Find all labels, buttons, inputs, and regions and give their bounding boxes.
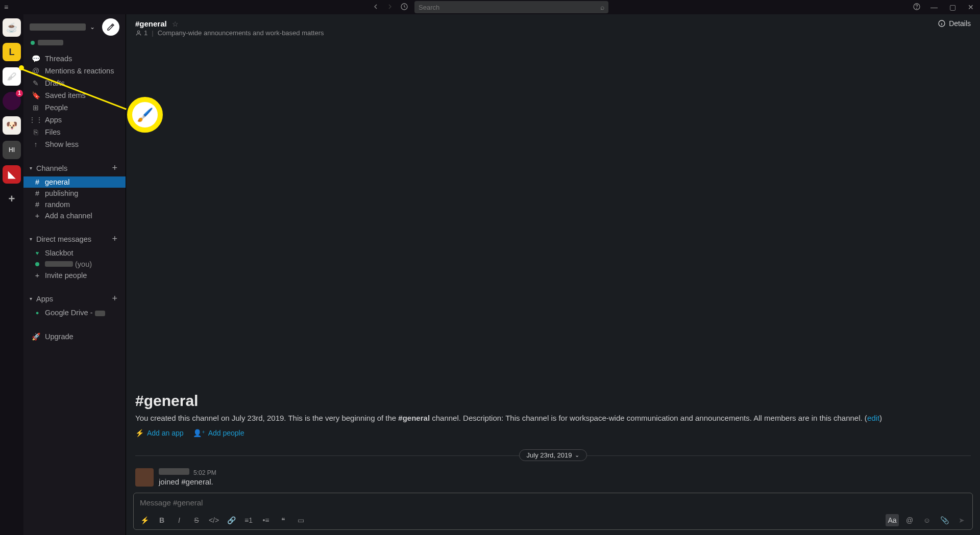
composer[interactable]: ⚡ B I S </> 🔗 ≡1 •≡ ❝ ▭ Aa @ ☺ 📎 ➤	[133, 493, 973, 530]
files-icon: ⎘	[32, 128, 40, 136]
composer-input[interactable]	[134, 493, 972, 512]
up-icon: ↑	[32, 140, 40, 148]
add-an-app-link[interactable]: ⚡Add an app	[135, 429, 184, 437]
search-icon: ⌕	[600, 3, 604, 11]
send-button[interactable]: ➤	[955, 514, 968, 526]
compose-button[interactable]	[102, 18, 119, 36]
sidebar: ⌄ 💬Threads@Mentions & reactions✎Drafts🔖S…	[23, 14, 126, 535]
star-icon[interactable]: ☆	[172, 20, 179, 28]
emoji-icon[interactable]: ☺	[920, 514, 934, 526]
nav-apps[interactable]: ⋮⋮Apps	[23, 114, 126, 126]
workspace-item-2[interactable]: 🖌	[3, 67, 21, 86]
add-a-channel[interactable]: + Add a channel	[23, 210, 126, 221]
plus-icon: +	[34, 271, 41, 279]
hamburger-icon[interactable]: ≡	[4, 3, 8, 11]
self-presence	[23, 40, 126, 50]
ul-icon[interactable]: •≡	[259, 514, 273, 526]
attach-icon[interactable]: 📎	[938, 514, 951, 526]
channel-random[interactable]: #random	[23, 199, 126, 210]
nav-draft[interactable]: ✎Drafts	[23, 77, 126, 89]
search-input[interactable]	[419, 4, 600, 11]
forward-icon[interactable]	[386, 3, 394, 12]
presence-dot-icon	[31, 41, 35, 45]
svg-point-2	[917, 8, 917, 8]
details-button[interactable]: Details	[938, 19, 971, 28]
dm-item[interactable]: ♥Slackbot	[23, 247, 126, 259]
channel-intro-title: #general	[135, 392, 971, 410]
new-dm-button[interactable]: +	[112, 234, 119, 244]
code-icon[interactable]: </>	[207, 514, 220, 526]
plus-icon: +	[34, 212, 41, 220]
channels-header[interactable]: ▾ Channels +	[23, 160, 126, 176]
italic-icon[interactable]: I	[173, 514, 186, 526]
avatar[interactable]	[135, 468, 154, 487]
nav-threads[interactable]: 💬Threads	[23, 53, 126, 65]
presence-icon: ●	[34, 310, 41, 316]
workspace-switcher[interactable]: ⌄	[23, 14, 126, 40]
history-icon[interactable]	[400, 3, 408, 12]
add-app-button[interactable]: +	[112, 293, 119, 304]
ol-icon[interactable]: ≡1	[242, 514, 255, 526]
mention-icon[interactable]: @	[903, 514, 916, 526]
apps-header[interactable]: ▾ Apps +	[23, 290, 126, 307]
app-item[interactable]: ●Google Drive -	[23, 307, 126, 318]
message-time: 5:02 PM	[193, 469, 216, 476]
message-text: joined #general.	[159, 477, 216, 486]
edit-topic-link[interactable]: edit	[867, 414, 879, 422]
channel-intro-desc: You created this channel on July 23rd, 2…	[135, 413, 971, 424]
message-username[interactable]	[159, 468, 189, 475]
rocket-icon: 🚀	[32, 333, 40, 341]
badge: 1	[16, 90, 23, 97]
threads-icon: 💬	[32, 55, 40, 63]
add-people-link[interactable]: 👤⁺Add people	[193, 429, 244, 437]
hash-icon: #	[34, 200, 41, 209]
nav-bookmark[interactable]: 🔖Saved items	[23, 89, 126, 101]
workspace-item-1[interactable]: L	[3, 43, 21, 61]
workspace-item-0[interactable]: ☕	[3, 18, 21, 37]
channel-topic[interactable]: Company-wide announcements and work-base…	[158, 29, 324, 37]
add-people-icon: 👤⁺	[193, 429, 205, 437]
svg-point-3	[137, 31, 139, 33]
maximize-button[interactable]: ▢	[947, 3, 958, 11]
chevron-down-icon: ⌄	[575, 452, 579, 458]
channel-general[interactable]: #general	[23, 176, 126, 188]
help-icon[interactable]	[913, 3, 921, 12]
draft-icon: ✎	[32, 79, 40, 87]
channel-publishing[interactable]: #publishing	[23, 188, 126, 199]
apps-icon: ⋮⋮	[32, 116, 40, 124]
hash-icon: #	[34, 189, 41, 197]
format-toggle-icon[interactable]: Aa	[886, 514, 899, 526]
workspace-item-5[interactable]: HI	[3, 141, 21, 159]
bold-icon[interactable]: B	[155, 514, 168, 526]
workspace-item-6[interactable]: ◣	[3, 165, 21, 184]
invite-people[interactable]: + Invite people	[23, 270, 126, 281]
shortcuts-icon[interactable]: ⚡	[138, 514, 151, 526]
back-icon[interactable]	[372, 3, 380, 12]
close-button[interactable]: ✕	[966, 3, 976, 11]
channels-label: Channels	[36, 164, 67, 172]
add-workspace-button[interactable]: +	[3, 190, 21, 208]
members-icon[interactable]: 1	[135, 29, 148, 37]
nav-files[interactable]: ⎘Files	[23, 126, 126, 138]
annotation-circle: 🖌️	[127, 97, 163, 133]
upgrade-link[interactable]: 🚀 Upgrade	[23, 330, 126, 343]
workspace-item-3[interactable]: 1	[3, 92, 21, 110]
strike-icon[interactable]: S	[190, 514, 203, 526]
dm-item[interactable]: (you)	[23, 259, 126, 270]
minimize-button[interactable]: —	[929, 3, 939, 11]
channel-title[interactable]: #general	[135, 19, 167, 28]
main-panel: #general ☆ 1 | Company-wide announcement…	[126, 14, 980, 535]
caret-down-icon: ▾	[30, 296, 32, 301]
presence-icon	[34, 261, 41, 267]
presence-icon: ♥	[34, 250, 41, 256]
chevron-down-icon: ⌄	[90, 23, 95, 31]
link-icon[interactable]: 🔗	[225, 514, 238, 526]
workspace-item-4[interactable]: 🐶	[3, 116, 21, 135]
search-input-wrap[interactable]: ⌕	[414, 1, 608, 13]
nav-up[interactable]: ↑Show less	[23, 138, 126, 150]
quote-icon[interactable]: ❝	[277, 514, 290, 526]
add-channel-button[interactable]: +	[112, 163, 119, 173]
codeblock-icon[interactable]: ▭	[294, 514, 307, 526]
dm-header[interactable]: ▾ Direct messages +	[23, 231, 126, 247]
date-divider[interactable]: July 23rd, 2019⌄	[135, 449, 971, 461]
